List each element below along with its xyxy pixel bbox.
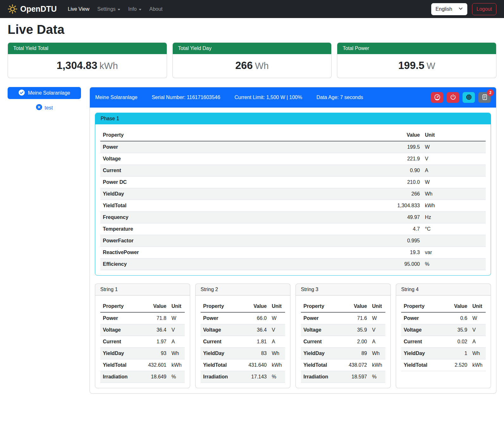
table-row: Frequency49.97Hz xyxy=(100,212,486,223)
property-cell: Power xyxy=(201,312,242,324)
unit-cell: % xyxy=(169,371,185,383)
table-header-row: Property Value Unit xyxy=(100,129,486,141)
value-cell: 71.6 xyxy=(342,312,370,324)
page-title: Live Data xyxy=(8,22,496,37)
unit-cell: A xyxy=(370,336,385,348)
device-info-button[interactable] xyxy=(463,92,475,103)
table-row: Power DC210.0W xyxy=(100,177,486,188)
card-title: Total Yield Day xyxy=(173,43,332,54)
property-cell: Irradiation xyxy=(201,371,242,383)
table-row: YieldTotal431.640kWh xyxy=(201,359,285,371)
property-cell: Current xyxy=(201,336,242,348)
property-cell: Current xyxy=(100,165,375,177)
string-body: Property Value Unit Power0.6WVoltage35.9… xyxy=(396,296,491,376)
property-cell: YieldTotal xyxy=(401,359,443,371)
limit-settings-button[interactable] xyxy=(431,92,443,103)
logout-button[interactable]: Logout xyxy=(472,3,496,15)
property-cell: YieldTotal xyxy=(301,359,342,371)
inverter-selected-button[interactable]: Meine Solaranlage xyxy=(8,87,81,99)
property-cell: YieldTotal xyxy=(201,359,242,371)
string-table: Property Value Unit Power71.8WVoltage36.… xyxy=(100,301,185,383)
unit-cell: W xyxy=(422,177,486,188)
table-row: ReactivePower19.3var xyxy=(100,247,486,259)
property-cell: YieldTotal xyxy=(100,359,142,371)
unit-cell: W xyxy=(169,312,185,324)
brand-label: OpenDTU xyxy=(20,4,57,14)
phase-title: Phase 1 xyxy=(95,113,491,124)
unit-cell: A xyxy=(269,336,285,348)
table-row: YieldDay266Wh xyxy=(100,188,486,200)
value-cell: 210.0 xyxy=(375,177,422,188)
unit-cell: Wh xyxy=(370,348,385,359)
nav-item-live-view[interactable]: Live View xyxy=(65,4,92,15)
unit-cell: V xyxy=(269,324,285,336)
value-cell: 66.0 xyxy=(242,312,269,324)
card-body: 1,304.83kWh xyxy=(8,54,167,78)
table-row: Current0.90A xyxy=(100,165,486,177)
event-count-badge: 2 xyxy=(487,89,494,96)
unit-cell: V xyxy=(422,153,486,165)
page-container: Live Data Total Yield Total 1,304.83kWh … xyxy=(0,22,504,394)
unit-cell: % xyxy=(422,259,486,270)
table-row: PowerFactor0.995 xyxy=(100,235,486,247)
table-row: Irradiation18.649% xyxy=(100,371,185,383)
property-cell: Voltage xyxy=(201,324,242,336)
summary-cards-row: Total Yield Total 1,304.83kWh Total Yiel… xyxy=(8,42,496,78)
card-title: Total Power xyxy=(337,43,496,54)
unit-cell: A xyxy=(169,336,185,348)
unit-cell: W xyxy=(470,312,486,324)
unit-cell: Wh xyxy=(470,348,486,359)
property-cell: YieldDay xyxy=(100,188,375,200)
phase-panel: Phase 1 Property Value Unit Power199.5WV… xyxy=(95,113,491,276)
property-cell: Efficiency xyxy=(100,259,375,270)
unit-cell: W xyxy=(370,312,385,324)
unit-cell: Hz xyxy=(422,212,486,223)
table-row: YieldTotal2.520kWh xyxy=(401,359,486,371)
language-selected-value: English xyxy=(436,6,452,12)
nav-item-about[interactable]: About xyxy=(146,4,165,15)
property-cell: YieldDay xyxy=(401,348,443,359)
table-row: YieldDay1Wh xyxy=(401,348,486,359)
navbar: OpenDTU Live View Settings Info About En… xyxy=(0,0,504,18)
card-unit: kWh xyxy=(100,61,118,71)
inverter-name: Meine Solaranlage xyxy=(95,95,137,100)
table-row: Temperature4.7°C xyxy=(100,223,486,235)
value-cell: 89 xyxy=(342,348,370,359)
event-log-button[interactable]: 2 xyxy=(478,92,491,103)
unit-cell: kWh xyxy=(269,359,285,371)
property-cell: Power xyxy=(301,312,342,324)
x-circle-icon xyxy=(36,104,42,112)
string-table: Property Value Unit Power66.0WVoltage36.… xyxy=(201,301,285,383)
inverter-item-test[interactable]: test xyxy=(8,104,81,112)
string-panel: String 3 Property Value Unit Power71.6WV… xyxy=(296,284,391,388)
inverter-actions: 2 xyxy=(431,92,491,103)
table-row: YieldTotal1,304.833kWh xyxy=(100,200,486,212)
value-cell: 1.97 xyxy=(142,336,169,348)
column-header-unit: Unit xyxy=(269,301,285,312)
nav-item-settings[interactable]: Settings xyxy=(94,4,123,15)
column-header-value: Value xyxy=(443,301,470,312)
property-cell: PowerFactor xyxy=(100,235,375,247)
table-row: Current1.97A xyxy=(100,336,185,348)
property-cell: Power xyxy=(100,312,142,324)
language-select[interactable]: English xyxy=(431,3,467,15)
unit-cell: kWh xyxy=(169,359,185,371)
property-cell: Voltage xyxy=(401,324,443,336)
property-cell: Voltage xyxy=(100,153,375,165)
brand[interactable]: OpenDTU xyxy=(8,4,57,14)
table-row: Voltage36.4V xyxy=(100,324,185,336)
power-button[interactable] xyxy=(447,92,459,103)
property-cell: ReactivePower xyxy=(100,247,375,259)
value-cell: 35.9 xyxy=(342,324,370,336)
nav-item-info[interactable]: Info xyxy=(125,4,144,15)
column-header-property: Property xyxy=(301,301,342,312)
string-panel: String 4 Property Value Unit Power0.6WVo… xyxy=(396,284,491,388)
content-row: Meine Solaranlage test Meine Solaranlage… xyxy=(8,87,496,394)
string-body: Property Value Unit Power71.6WVoltage35.… xyxy=(296,296,390,388)
unit-cell: W xyxy=(269,312,285,324)
table-header-row: Property Value Unit xyxy=(301,301,385,312)
table-header-row: Property Value Unit xyxy=(401,301,486,312)
column-header-unit: Unit xyxy=(169,301,185,312)
inverter-data-age: Data Age: 7 seconds xyxy=(316,95,363,100)
property-cell: Power xyxy=(100,141,375,153)
